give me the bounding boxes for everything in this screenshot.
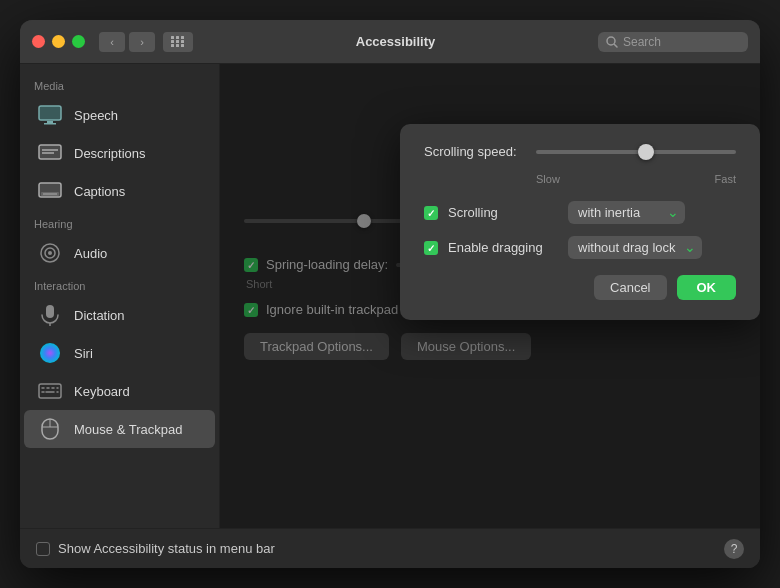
enable-dragging-dropdown[interactable]: without drag lock with drag lock three f… [568,236,702,259]
sidebar-item-captions-label: Captions [74,184,125,199]
svg-point-13 [48,251,52,255]
grid-icon [171,36,185,47]
keyboard-icon [36,377,64,405]
scrolling-dropdown[interactable]: with inertia without inertia [568,201,685,224]
sidebar-item-mouse-trackpad[interactable]: Mouse & Trackpad [24,410,215,448]
dictation-icon [36,301,64,329]
titlebar: ‹ › Accessibility [20,20,760,64]
modal-dialog: Scrolling speed: Slow Fast Scrolling [400,124,760,320]
main-window: ‹ › Accessibility Media [20,20,760,568]
enable-dragging-row: Enable dragging without drag lock with d… [424,236,736,259]
scrolling-dropdown-wrap: with inertia without inertia [568,201,685,224]
cancel-button[interactable]: Cancel [594,275,666,300]
forward-button[interactable]: › [129,32,155,52]
svg-rect-3 [47,121,53,123]
sidebar-item-keyboard[interactable]: Keyboard [24,372,215,410]
window-title: Accessibility [193,34,598,49]
traffic-lights [32,35,85,48]
sidebar: Media Speech [20,64,220,528]
maximize-button[interactable] [72,35,85,48]
svg-rect-14 [46,305,54,318]
enable-dragging-label: Enable dragging [448,240,558,255]
speech-icon [36,101,64,129]
sidebar-section-interaction: Interaction [20,272,219,296]
sidebar-item-speech-label: Speech [74,108,118,123]
scrolling-speed-slider[interactable] [536,150,736,154]
svg-point-0 [607,37,615,45]
status-checkbox[interactable] [36,542,50,556]
search-bar[interactable] [598,32,748,52]
descriptions-icon [36,139,64,167]
siri-icon [36,339,64,367]
sidebar-item-siri-label: Siri [74,346,93,361]
sidebar-item-audio[interactable]: Audio [24,234,215,272]
body: Media Speech [20,64,760,528]
modal-slider-labels: Slow Fast [424,173,736,185]
mouse-trackpad-icon [36,415,64,443]
svg-point-16 [40,343,60,363]
search-input[interactable] [623,35,733,49]
bottom-checkbox-row: Show Accessibility status in menu bar [36,541,275,556]
sidebar-item-siri[interactable]: Siri [24,334,215,372]
modal-slow-label: Slow [536,173,560,185]
search-icon [606,36,618,48]
help-button[interactable]: ? [724,539,744,559]
minimize-button[interactable] [52,35,65,48]
sidebar-item-speech[interactable]: Speech [24,96,215,134]
sidebar-item-descriptions-label: Descriptions [74,146,146,161]
modal-button-row: Cancel OK [424,275,736,300]
modal-fast-label: Fast [715,173,736,185]
sidebar-item-dictation-label: Dictation [74,308,125,323]
back-button[interactable]: ‹ [99,32,125,52]
modal-overlay: Scrolling speed: Slow Fast Scrolling [220,64,760,528]
svg-rect-4 [44,123,56,125]
enable-dragging-checkbox[interactable] [424,241,438,255]
main-content: ntrolled using the Options... Fast Sprin… [220,64,760,528]
sidebar-item-descriptions[interactable]: Descriptions [24,134,215,172]
scrolling-label: Scrolling [448,205,558,220]
scrolling-speed-row: Scrolling speed: [424,144,736,159]
captions-icon [36,177,64,205]
close-button[interactable] [32,35,45,48]
svg-rect-2 [39,106,61,120]
scrolling-speed-label: Scrolling speed: [424,144,524,159]
svg-line-1 [615,44,618,47]
bottom-bar: Show Accessibility status in menu bar ? [20,528,760,568]
sidebar-item-keyboard-label: Keyboard [74,384,130,399]
sidebar-section-media: Media [20,72,219,96]
svg-rect-17 [39,384,61,398]
sidebar-section-hearing: Hearing [20,210,219,234]
enable-dragging-dropdown-wrap: without drag lock with drag lock three f… [568,236,702,259]
sidebar-item-captions[interactable]: Captions [24,172,215,210]
scrolling-row: Scrolling with inertia without inertia [424,201,736,224]
status-checkbox-label: Show Accessibility status in menu bar [58,541,275,556]
ok-button[interactable]: OK [677,275,737,300]
svg-rect-5 [39,145,61,159]
sidebar-item-dictation[interactable]: Dictation [24,296,215,334]
nav-buttons: ‹ › [99,32,193,52]
scrolling-speed-thumb [638,144,654,160]
scrolling-checkbox[interactable] [424,206,438,220]
sidebar-item-audio-label: Audio [74,246,107,261]
grid-button[interactable] [163,32,193,52]
sidebar-item-mouse-trackpad-label: Mouse & Trackpad [74,422,182,437]
audio-icon [36,239,64,267]
